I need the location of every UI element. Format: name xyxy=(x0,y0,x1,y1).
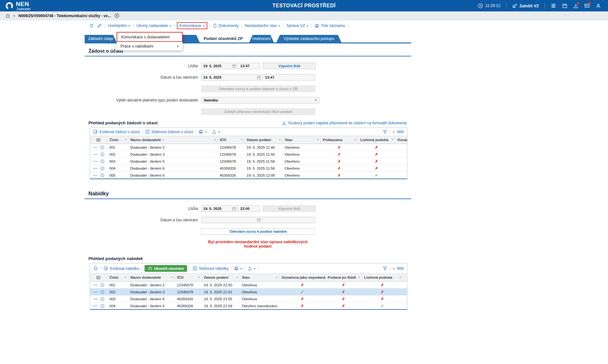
column-header-listinna[interactable]: Listinná podoba xyxy=(358,136,395,144)
calendar-icon[interactable] xyxy=(257,75,261,80)
edit-record-icon[interactable] xyxy=(97,23,102,28)
filter-caret-icon[interactable] xyxy=(125,139,126,140)
nabidky-lhuta-time-value[interactable]: 22:00 xyxy=(238,206,260,211)
nabidky-lhuta-datetime-field[interactable]: 19. 5. 2025 22:00 xyxy=(201,205,260,212)
menu-komunikace[interactable]: Komunikace xyxy=(177,22,207,29)
column-header-cislo[interactable]: Číslo xyxy=(107,136,128,144)
stahnout-zadosti-button[interactable]: Stáhnout žádosti o účast xyxy=(145,129,193,134)
lhuta-time-value[interactable]: 13:47 xyxy=(238,63,260,69)
column-header-datum[interactable]: Datum podání xyxy=(202,274,240,282)
chevron-down-icon[interactable] xyxy=(393,268,395,270)
tab-zakladni-udaje[interactable]: Základní údaje xyxy=(85,35,117,42)
history-back-icon[interactable] xyxy=(89,23,94,28)
filter-caret-icon[interactable] xyxy=(279,139,281,140)
table-row[interactable]: 003 Dodavatel - školení 5 12345678 19. 5… xyxy=(90,158,407,165)
column-header-po-lhute[interactable]: Podaná po lhůtě xyxy=(325,274,362,282)
filter-caret-icon[interactable] xyxy=(358,277,360,278)
filter-caret-icon[interactable] xyxy=(399,277,401,278)
stahnout-nabidky-button[interactable]: Stáhnout nabídky xyxy=(192,266,228,271)
breadcrumb-item[interactable]: N006/25/V00004748 - Telekomunikační služ… xyxy=(18,14,111,18)
vypocet-lhut-button[interactable]: Výpočet lhůt xyxy=(263,63,316,69)
lhuta-date-value[interactable]: 19. 5. 2025 xyxy=(203,64,222,68)
filter-caret-icon[interactable] xyxy=(236,277,238,278)
print-table-button[interactable] xyxy=(198,129,207,134)
nabidky-lhuta-date-value[interactable]: 19. 5. 2025 xyxy=(203,207,222,211)
row-menu-icon[interactable] xyxy=(93,160,98,162)
filter-icon[interactable] xyxy=(383,129,387,134)
row-menu-icon[interactable] xyxy=(93,305,98,307)
menu-tisk-zaznamu[interactable]: Tisk záznamu xyxy=(314,23,345,28)
info-icon[interactable] xyxy=(100,152,105,157)
table-row[interactable]: 005 Dodavatel - školení 6 45359326 19. 5… xyxy=(90,172,407,179)
menu-nestandardni-stav[interactable]: Nestandardní stav xyxy=(245,23,280,28)
table-row-selected[interactable]: 002 Dodavatel - školení 3 12345678 19. 5… xyxy=(90,289,407,296)
dropdown-item-komunikace-s-dodavatelem[interactable]: Komunikace s dodavatelem xyxy=(117,32,183,42)
files-download-link[interactable]: Soubory podání najdete připravené ke sta… xyxy=(282,121,407,125)
create-vz-button[interactable]: Založit VZ xyxy=(512,3,539,8)
calendar-icon[interactable] xyxy=(562,3,567,9)
row-menu-icon[interactable] xyxy=(93,298,98,300)
filter-icon[interactable] xyxy=(383,266,387,271)
messages-icon[interactable] xyxy=(584,3,590,9)
filter-caret-icon[interactable] xyxy=(241,139,243,140)
row-menu-icon[interactable] xyxy=(93,174,98,176)
info-icon[interactable] xyxy=(100,173,105,178)
info-icon[interactable] xyxy=(100,159,105,164)
row-menu-icon[interactable] xyxy=(93,167,98,169)
tab-vysledek[interactable]: Výsledek zadávacího postupu xyxy=(276,35,341,42)
calendar-icon[interactable] xyxy=(232,64,236,68)
home-icon[interactable] xyxy=(5,13,10,18)
filter-caret-icon[interactable] xyxy=(317,139,319,140)
evidovat-nabidku-button[interactable]: Evidovat nabídku xyxy=(104,266,139,271)
typ-podani-select[interactable]: Nabídka xyxy=(201,97,320,103)
column-header-stav[interactable]: Stav xyxy=(240,274,279,282)
row-menu-icon[interactable] xyxy=(93,146,98,148)
menu-sprava-vz[interactable]: Správa VZ xyxy=(286,23,308,28)
nabidky-otevirani-datetime-field[interactable] xyxy=(201,217,315,223)
otevirani-date-value[interactable]: 19. 5. 2025 xyxy=(203,75,222,79)
menu-ukony-zadavatele[interactable]: Úkony zadavatele xyxy=(136,23,171,28)
info-icon[interactable] xyxy=(100,283,105,287)
evidovat-zadost-button[interactable]: Evidovat žádost o účast xyxy=(93,129,140,134)
ukoncit-otevirani-button[interactable]: Ukončit otevírání xyxy=(145,265,187,272)
nen-logo[interactable]: NEN Zadavatel xyxy=(0,1,30,11)
export-table-button[interactable] xyxy=(212,130,220,134)
filter-caret-icon[interactable] xyxy=(354,139,356,140)
info-icon[interactable] xyxy=(100,290,105,294)
filter-caret-icon[interactable] xyxy=(125,277,126,278)
column-header-stav[interactable]: Stav xyxy=(282,136,320,144)
close-record-icon[interactable] xyxy=(114,13,120,18)
calendar-icon[interactable] xyxy=(232,207,236,211)
calendar-icon[interactable] xyxy=(257,218,261,222)
column-header-nazev[interactable]: Název dodavatele xyxy=(128,274,175,282)
downloads-icon[interactable] xyxy=(573,3,579,9)
filter-caret-icon[interactable] xyxy=(391,139,393,140)
dropdown-item-prace-s-nabidkami[interactable]: Práce s nabídkami xyxy=(117,42,183,50)
table-row[interactable]: 001 Dodavatel - školení 2 12345678 19. 5… xyxy=(90,282,407,289)
table-row[interactable]: 004 Dodavatel - školení 6 45359326 19. 5… xyxy=(90,302,407,309)
filter-caret-icon[interactable] xyxy=(276,277,278,278)
column-header-listinna[interactable]: Listinná podoba xyxy=(362,274,403,282)
info-icon[interactable] xyxy=(100,145,105,150)
filter-caret-icon[interactable] xyxy=(171,277,173,278)
row-menu-icon[interactable] xyxy=(93,291,98,293)
column-header-podepsana[interactable]: Podepsána xyxy=(320,136,358,144)
menu-uverejneni[interactable]: Uveřejnění xyxy=(108,23,130,28)
column-header-datum[interactable]: Datum podání xyxy=(244,136,282,144)
export-table-button[interactable] xyxy=(248,266,255,271)
hamburger-menu-icon[interactable] xyxy=(551,3,556,9)
view-switcher-mw[interactable]: MW xyxy=(397,130,404,134)
lhuta-datetime-field[interactable]: 19. 5. 2025 13:47 xyxy=(201,63,260,69)
tab-hodnoceni[interactable]: Hodnocení xyxy=(249,35,274,42)
filter-caret-icon[interactable] xyxy=(322,277,324,278)
row-menu-icon[interactable] xyxy=(93,153,98,155)
info-icon[interactable] xyxy=(100,304,105,308)
filter-caret-icon[interactable] xyxy=(198,277,200,278)
column-header-ico[interactable]: IČO xyxy=(175,274,202,282)
user-profile-icon[interactable] xyxy=(596,3,601,9)
info-icon[interactable] xyxy=(100,166,105,171)
tab-podani-ucastniku-zp[interactable]: Podání účastníků ZP xyxy=(200,35,247,42)
bell-icon[interactable] xyxy=(93,266,98,271)
otevirani-datetime-field[interactable]: 19. 5. 2025 13:47 xyxy=(201,74,315,81)
table-row[interactable]: 002 Dodavatel - školení 3 12345678 19. 5… xyxy=(90,151,407,158)
